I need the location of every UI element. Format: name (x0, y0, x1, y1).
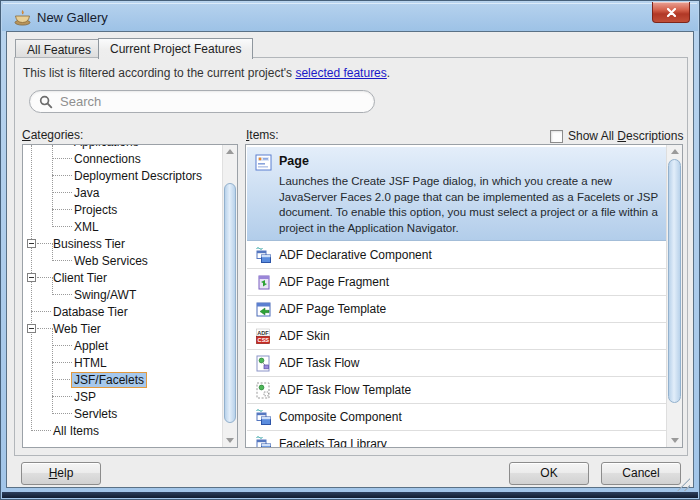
show-all-descriptions-label[interactable]: Show All Descriptions (568, 129, 683, 143)
scroll-down-icon[interactable] (671, 438, 679, 443)
tree-item-label[interactable]: Web Services (74, 254, 148, 268)
tree-expander-minus-icon[interactable] (27, 273, 36, 282)
tree-item-jsf-facelets[interactable]: JSF/Facelets (23, 371, 222, 388)
tree-connector (52, 158, 72, 159)
ok-button[interactable]: OK (509, 462, 589, 485)
close-button[interactable] (652, 2, 690, 23)
item-row-composite-component[interactable]: Composite Component (247, 404, 667, 431)
tree-scrollbar[interactable] (222, 145, 237, 447)
item-row-facelets-tag-library[interactable]: Facelets Tag Library (247, 431, 667, 448)
tree-connector (52, 413, 72, 414)
items-scrollbar-thumb[interactable] (668, 159, 681, 403)
item-label: Composite Component (279, 410, 402, 424)
tree-item-label[interactable]: Swing/AWT (74, 288, 136, 302)
tree-connector (52, 362, 72, 363)
item-row-adf-task-flow-template[interactable]: ADF Task Flow Template (247, 377, 667, 404)
selected-item-page[interactable]: Page Launches the Create JSF Page dialog… (247, 147, 666, 241)
svg-text:CSS: CSS (258, 337, 270, 343)
tree-item-label[interactable]: Servlets (74, 407, 117, 421)
filter-note-text: This list is filtered according to the c… (23, 66, 295, 80)
tree-connector (52, 175, 72, 176)
tree-item-java[interactable]: Java (23, 184, 222, 201)
tree-item-label[interactable]: JSF/Facelets (71, 372, 147, 388)
help-button[interactable]: Help (21, 462, 101, 485)
titlebar-highlight (3, 3, 697, 4)
tree-item-jsp[interactable]: JSP (23, 388, 222, 405)
tree-item-label[interactable]: Business Tier (53, 237, 125, 251)
tree-item-client-tier[interactable]: Client Tier (23, 269, 222, 286)
tree-expander-minus-icon[interactable] (27, 324, 36, 333)
jdeveloper-cup-icon (13, 9, 32, 26)
close-icon (667, 8, 676, 17)
item-label: ADF Page Template (279, 302, 386, 316)
scroll-down-icon[interactable] (226, 438, 234, 443)
composite-component-icon (255, 409, 272, 430)
tree-item-label[interactable]: Deployment Descriptors (74, 169, 202, 183)
search-box[interactable] (29, 90, 375, 113)
tree-item-label[interactable]: Java (74, 186, 99, 200)
tree-connector (37, 277, 51, 278)
tree-connector (31, 311, 51, 312)
filter-note: This list is filtered according to the c… (23, 66, 390, 80)
tree-item-web-tier[interactable]: Web Tier (23, 320, 222, 337)
tab-content-frame: This list is filtered according to the c… (14, 57, 688, 456)
tree-item-business-tier[interactable]: Business Tier (23, 235, 222, 252)
selected-features-link[interactable]: selected features (295, 66, 386, 80)
cancel-button[interactable]: Cancel (601, 462, 681, 485)
cb-label-pre: Show All (568, 129, 617, 143)
items-label: Items: (246, 128, 279, 142)
tree-item-label[interactable]: XML (74, 220, 99, 234)
tree-item-servlets[interactable]: Servlets (23, 405, 222, 422)
tree-item-label[interactable]: Database Tier (53, 305, 128, 319)
task-flow-template-icon (255, 382, 272, 403)
tree-item-label[interactable]: All Items (53, 424, 99, 438)
tree-connector (52, 379, 72, 380)
item-row-adf-page-template[interactable]: ADF Page Template (247, 296, 667, 323)
items-scrollbar[interactable] (666, 145, 682, 447)
tree-item-label[interactable]: Projects (74, 203, 117, 217)
item-row-adf-task-flow[interactable]: ADF Task Flow (247, 350, 667, 377)
item-row-adf-declarative-component[interactable]: ADF Declarative Component (247, 242, 667, 269)
tree-item-label[interactable]: Applet (74, 339, 108, 353)
item-label: ADF Declarative Component (279, 248, 432, 262)
skin-icon: ADFCSS (255, 328, 272, 349)
page-fragment-icon (255, 274, 272, 295)
tree-item-swing-awt[interactable]: Swing/AWT (23, 286, 222, 303)
svg-text:ADF: ADF (257, 330, 269, 336)
scroll-up-icon[interactable] (671, 149, 679, 154)
search-input[interactable] (58, 92, 358, 111)
tree-item-web-services[interactable]: Web Services (23, 252, 222, 269)
item-row-adf-page-fragment[interactable]: ADF Page Fragment (247, 269, 667, 296)
tree-item-label[interactable]: HTML (74, 356, 107, 370)
tag-library-icon (255, 436, 272, 448)
declarative-component-icon (255, 247, 272, 268)
tree-item-database-tier[interactable]: Database Tier (23, 303, 222, 320)
tree-item-label[interactable]: Applications (74, 145, 139, 149)
tree-item-label[interactable]: Connections (74, 152, 141, 166)
tree-scrollbar-thumb[interactable] (224, 183, 236, 423)
tree-item-connections[interactable]: Connections (23, 150, 222, 167)
tree-item-label[interactable]: JSP (74, 390, 96, 404)
tree-item-label[interactable]: Client Tier (53, 271, 107, 285)
tab-all-features[interactable]: All Features (15, 39, 103, 58)
tree-item-applet[interactable]: Applet (23, 337, 222, 354)
show-all-descriptions-checkbox[interactable] (550, 130, 563, 143)
window-title: New Gallery (37, 10, 108, 25)
tree-item-all-items[interactable]: All Items (23, 422, 222, 439)
tab-current-project-features[interactable]: Current Project Features (98, 38, 253, 59)
tree-item-xml[interactable]: XML (23, 218, 222, 235)
items-list[interactable]: Page Launches the Create JSF Page dialog… (245, 144, 683, 448)
tree-item-label[interactable]: Web Tier (53, 322, 101, 336)
tree-item-projects[interactable]: Projects (23, 201, 222, 218)
filter-note-period: . (387, 66, 390, 80)
tree-item-html[interactable]: HTML (23, 354, 222, 371)
scroll-up-icon[interactable] (226, 149, 234, 154)
tree-item-deployment-descriptors[interactable]: Deployment Descriptors (23, 167, 222, 184)
item-row-adf-skin[interactable]: ADFCSSADF Skin (247, 323, 667, 350)
tree-expander-minus-icon[interactable] (27, 239, 36, 248)
categories-label: Categories: (22, 128, 83, 142)
tree-connector (31, 430, 51, 431)
tree-connector (52, 345, 72, 346)
titlebar[interactable]: New Gallery (2, 2, 698, 31)
categories-tree[interactable]: ApplicationsConnectionsDeployment Descri… (22, 144, 238, 448)
